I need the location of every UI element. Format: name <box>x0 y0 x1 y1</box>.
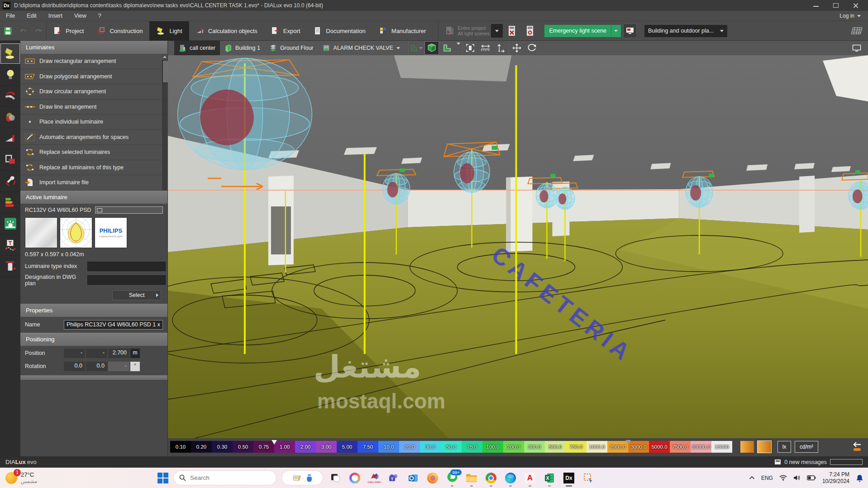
falsecolor-segment[interactable]: 7500.0 <box>670 441 691 453</box>
menu-view[interactable]: View <box>68 11 92 21</box>
notification-bell-icon[interactable] <box>856 474 863 482</box>
falsecolor-segment[interactable]: 75.0 <box>462 441 482 453</box>
search-input[interactable] <box>190 474 249 481</box>
rotation-y-input[interactable]: 0.0 <box>86 362 107 371</box>
luminaire-polar-diagram[interactable] <box>60 217 92 248</box>
redo-button[interactable] <box>31 21 46 41</box>
autocad-button[interactable]: A <box>523 470 537 486</box>
ribbon-tab-project[interactable]: Project <box>47 21 91 41</box>
weather-widget[interactable]: 1 27°C مشمس <box>0 472 157 484</box>
rail-maintenance-button[interactable] <box>0 171 20 192</box>
search-box[interactable] <box>173 470 277 485</box>
scene-settings-button[interactable] <box>523 24 537 38</box>
rail-lamps-button[interactable] <box>0 64 20 86</box>
falsecolor-bands-button[interactable] <box>758 441 771 453</box>
tool-replace-all-luminaires[interactable]: Replace all luminaires of this type <box>20 160 167 176</box>
start-button[interactable] <box>157 473 168 483</box>
falsecolor-segment[interactable]: 10000.0 <box>691 441 711 453</box>
rotation-x-input[interactable]: 0.0 <box>64 362 85 371</box>
position-y-input[interactable]: - <box>86 349 107 358</box>
teams-button[interactable]: T <box>386 470 401 486</box>
falsecolor-segment[interactable]: 0.20 <box>191 441 212 453</box>
falsecolor-marker-low[interactable] <box>272 440 277 445</box>
falsecolor-segment[interactable]: 500.0 <box>545 441 566 453</box>
view-tab-building-1[interactable]: Building 1 <box>220 41 265 55</box>
falsecolor-segment[interactable]: 20.0 <box>399 441 420 453</box>
rail-light-scenes-button[interactable] <box>0 107 20 128</box>
undo-button[interactable] <box>15 21 31 41</box>
tool-replace-selected-luminaires[interactable]: Replace selected luminaires <box>20 145 167 160</box>
select-luminaire-button[interactable]: Select <box>112 290 161 300</box>
tool-place-individual-luminaire[interactable]: Place individual luminaire <box>20 115 167 130</box>
quick-widgets[interactable] <box>281 470 323 485</box>
falsecolor-segment[interactable]: 5000.0 <box>649 441 670 453</box>
type-index-input[interactable] <box>87 262 166 271</box>
falsecolor-segment[interactable]: 300.0 <box>524 441 545 453</box>
plan-selector[interactable]: Building and outdoor pla... <box>644 25 727 37</box>
falsecolor-segment[interactable]: 15000 <box>711 441 732 453</box>
ribbon-tab-calculation-objects[interactable]: Calculation objects <box>189 21 264 41</box>
outlook-button[interactable] <box>406 470 420 486</box>
orbit-button[interactable] <box>525 42 539 54</box>
perspective-view-button[interactable] <box>850 24 863 38</box>
falsecolor-segment[interactable]: 2.00 <box>295 441 316 453</box>
falsecolor-segment[interactable]: 750.0 <box>566 441 587 453</box>
chevron-right-icon[interactable] <box>457 43 460 51</box>
falsecolor-segment[interactable]: 7.50 <box>358 441 378 453</box>
falsecolor-segment[interactable]: 3000.0 <box>628 441 649 453</box>
view-tab-call-center[interactable]: call center <box>174 41 220 55</box>
maximize-button[interactable] <box>833 3 839 8</box>
rail-column-button[interactable] <box>0 256 20 277</box>
clock[interactable]: 7:24 PM 10/29/2024 <box>822 471 849 485</box>
rail-text-button[interactable] <box>0 234 20 256</box>
login-button[interactable]: Log in <box>839 13 868 19</box>
fullscreen-view-button[interactable] <box>850 42 863 54</box>
luminaire-photo[interactable] <box>25 217 57 248</box>
unit-cdm2-button[interactable]: cd/m² <box>795 441 818 453</box>
tool-draw-circular-arrangement[interactable]: Draw circular arrangement <box>20 84 167 100</box>
tool-automatic-arrangements[interactable]: Automatic arrangements for spaces <box>20 130 167 145</box>
view-tab-ground-flour[interactable]: Ground Flour <box>265 41 318 55</box>
luminaire-name-input[interactable] <box>64 320 163 330</box>
volume-icon[interactable] <box>793 475 801 481</box>
storey-select-button[interactable] <box>410 42 423 54</box>
falsecolor-segment[interactable]: 1.00 <box>274 441 295 453</box>
emergency-light-scene-button[interactable]: Emergency light scene <box>544 25 610 37</box>
measure-height-button[interactable] <box>494 42 508 54</box>
menu-file[interactable]: File <box>0 11 21 21</box>
minimize-button[interactable] <box>813 3 819 8</box>
ribbon-tab-construction[interactable]: Construction <box>91 21 149 41</box>
tool-import-luminaire-file[interactable]: Import luminaire file <box>20 175 167 191</box>
rail-dimming-button[interactable] <box>0 128 20 149</box>
menu-insert[interactable]: Insert <box>43 11 68 21</box>
falsecolor-segment[interactable]: 0.30 <box>212 441 233 453</box>
falsecolor-segment[interactable]: 3.00 <box>316 441 337 453</box>
falsecolor-segment[interactable]: 5.00 <box>337 441 358 453</box>
view-tab-alarm-check-valve[interactable]: ALARM CHECK VALVE <box>318 41 405 55</box>
position-z-input[interactable]: 2.700 <box>108 349 129 358</box>
flip-scale-button[interactable] <box>850 441 864 453</box>
zoom-fit-button[interactable] <box>463 42 477 54</box>
pan-button[interactable] <box>510 42 524 54</box>
task-view-button[interactable] <box>328 470 343 486</box>
luminaire-datasheet-button[interactable] <box>95 206 163 214</box>
language-indicator[interactable]: ENG <box>761 475 773 481</box>
battery-icon[interactable] <box>807 475 816 480</box>
falsecolor-segment[interactable]: 200.0 <box>503 441 524 453</box>
scrollbar-up-arrow[interactable] <box>162 54 167 60</box>
unit-lx-button[interactable]: lx <box>777 441 791 453</box>
rail-luminaires-button[interactable] <box>0 43 20 64</box>
close-button[interactable] <box>853 3 859 8</box>
rotation-z-input[interactable]: - <box>108 362 129 371</box>
falsecolor-segment[interactable]: 50.0 <box>441 441 462 453</box>
dwg-designation-input[interactable] <box>87 275 166 285</box>
rail-copy-room-button[interactable] <box>0 149 20 171</box>
whatsapp-button[interactable]: 99+ <box>445 470 459 486</box>
position-x-input[interactable]: - <box>64 349 85 358</box>
messages-count[interactable]: 0 new messages <box>784 459 827 465</box>
menu-edit[interactable]: Edit <box>21 11 43 21</box>
falsecolor-segment[interactable]: 10.0 <box>378 441 399 453</box>
display-mode-button[interactable] <box>623 24 637 38</box>
firefox-button[interactable] <box>425 470 440 486</box>
excel-button[interactable]: X <box>542 470 557 486</box>
